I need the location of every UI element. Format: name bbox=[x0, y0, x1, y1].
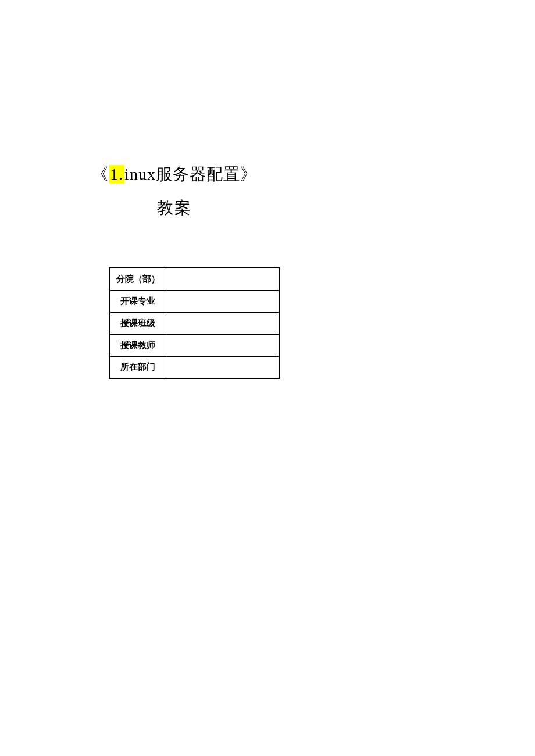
title-rest: inux服务器配置》 bbox=[124, 165, 257, 183]
row-label: 分院（部） bbox=[110, 268, 166, 290]
row-value bbox=[166, 356, 279, 378]
table-row: 授课班级 bbox=[110, 312, 279, 334]
table-row: 授课教师 bbox=[110, 334, 279, 356]
title-line-1: 《1.inux服务器配置》 bbox=[0, 163, 349, 185]
document-title-block: 《1.inux服务器配置》 教案 bbox=[0, 163, 349, 219]
info-table: 分院（部） 开课专业 授课班级 授课教师 所在部门 bbox=[109, 267, 280, 379]
row-label: 授课班级 bbox=[110, 312, 166, 334]
row-label: 所在部门 bbox=[110, 356, 166, 378]
row-value bbox=[166, 268, 279, 290]
title-prefix: 《 bbox=[92, 165, 109, 183]
row-value bbox=[166, 334, 279, 356]
table-row: 所在部门 bbox=[110, 356, 279, 378]
row-label: 授课教师 bbox=[110, 334, 166, 356]
table-row: 开课专业 bbox=[110, 290, 279, 312]
table-row: 分院（部） bbox=[110, 268, 279, 290]
row-value bbox=[166, 312, 279, 334]
row-label: 开课专业 bbox=[110, 290, 166, 312]
title-line-2: 教案 bbox=[0, 197, 349, 219]
row-value bbox=[166, 290, 279, 312]
title-highlight: 1. bbox=[109, 165, 124, 183]
